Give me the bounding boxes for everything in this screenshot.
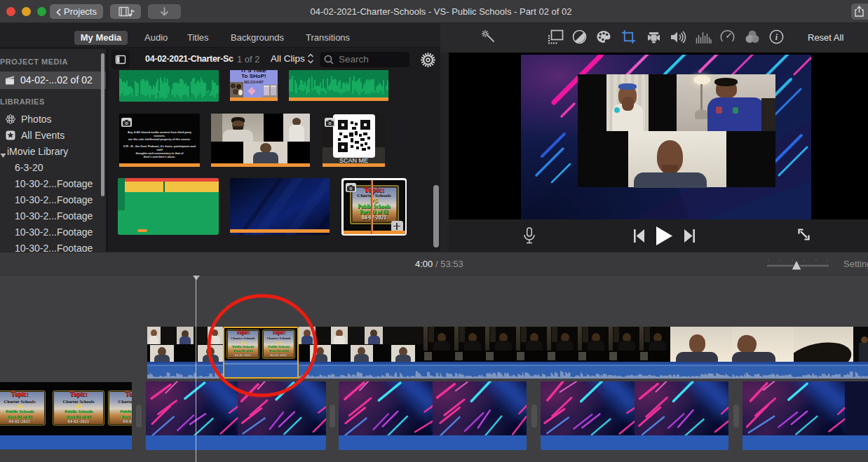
svg-text:i: i [775,32,778,42]
